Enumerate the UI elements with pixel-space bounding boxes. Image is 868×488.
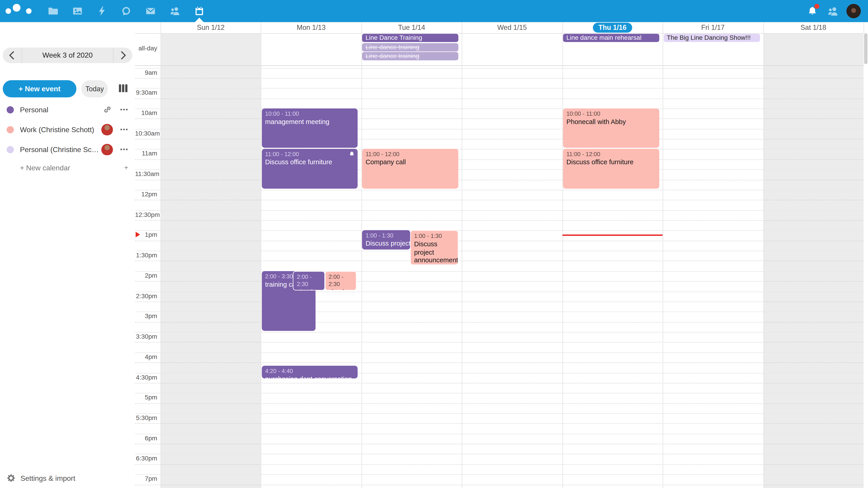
time-label: 4:30pm [135, 374, 157, 380]
calendar-item-work-christine[interactable]: Work (Christine Schott) [0, 120, 135, 139]
event[interactable]: 10:00 - 11:00management meeting [262, 108, 358, 148]
activity-app-icon[interactable] [90, 0, 114, 22]
half-hour-line [135, 88, 864, 89]
user-avatar[interactable] [846, 4, 861, 18]
new-event-button[interactable]: + New event [3, 80, 76, 97]
time-label: 5pm [135, 394, 157, 400]
calendar-week-view: all-day 9am9:30am10am10:30am11am11:30am1… [135, 22, 868, 488]
day-header-label: Wed 1/15 [497, 24, 527, 31]
allday-cell[interactable] [462, 33, 562, 65]
half-hour-line [135, 413, 864, 414]
allday-cell[interactable] [160, 33, 261, 65]
event-title: Phonecall with Abby [566, 118, 656, 126]
quarter-hour-line [135, 302, 864, 302]
calendar-list: Personal Work (Christine Schott) [0, 100, 135, 176]
allday-cell[interactable]: Line dance main rehearsal [562, 33, 662, 65]
event-time: 10:00 - 11:00 [566, 110, 656, 117]
event-title: check-in [297, 288, 321, 290]
calendar-item-personal[interactable]: Personal [0, 100, 135, 120]
photos-app-icon[interactable] [65, 0, 90, 22]
day-header-label: Tue 1/14 [398, 24, 425, 31]
day-header: Wed 1/15 [462, 22, 562, 33]
time-label: 10am [135, 109, 157, 116]
quarter-hour-line [135, 362, 864, 363]
active-app-indicator [195, 18, 204, 22]
day-header: Tue 1/14 [362, 22, 462, 33]
quarter-hour-line [135, 383, 864, 383]
today-pill[interactable]: Thu 1/16 [593, 23, 632, 33]
files-app-icon[interactable] [41, 0, 65, 22]
allday-event[interactable]: Line dance training [362, 43, 458, 51]
share-link-icon[interactable] [102, 104, 113, 115]
quarter-hour-line [135, 98, 864, 99]
event-time: 2:00 - 2:30 [297, 273, 321, 288]
event[interactable]: 10:00 - 11:00Phonecall with Abby [563, 108, 659, 148]
contacts-menu-icon[interactable] [826, 4, 839, 18]
allday-cell[interactable] [261, 33, 362, 65]
quarter-hour-line [135, 200, 864, 200]
event-time: 11:00 - 12:00 [265, 151, 355, 158]
day-header: Fri 1/17 [663, 22, 763, 33]
calendar-menu-icon[interactable] [119, 124, 129, 135]
event[interactable]: 11:00 - 12:00Discuss office furniture [262, 149, 358, 189]
allday-event[interactable]: The Big Line Dancing Show!!! [663, 34, 760, 42]
calendar-item-personal-christine[interactable]: Personal (Christine Schott) [0, 139, 135, 159]
allday-event[interactable]: Line dance training [362, 52, 458, 60]
event-title: check-in [329, 288, 353, 290]
nextcloud-logo[interactable] [5, 3, 33, 19]
allday-event[interactable]: Line dance main rehearsal [563, 34, 659, 42]
today-button[interactable]: Today [81, 80, 108, 97]
allday-cell[interactable]: The Big Line Dancing Show!!! [663, 33, 763, 65]
event[interactable]: 11:00 - 12:00Discuss office furniture [563, 149, 659, 189]
calendar-color-dot [6, 146, 14, 153]
event[interactable]: 2:00 - 2:30check-in [324, 271, 356, 290]
next-week-button[interactable] [114, 48, 132, 63]
quarter-hour-line [135, 444, 864, 444]
mail-app-icon[interactable] [138, 0, 163, 22]
quarter-hour-line [135, 322, 864, 322]
scrollbar-thumb[interactable] [864, 33, 868, 64]
half-hour-line [135, 332, 864, 332]
top-bar [0, 0, 868, 22]
event[interactable]: 4:20 - 4:40purchasing dept conversation [262, 366, 358, 378]
week-label[interactable]: Week 3 of 2020 [22, 48, 114, 63]
event[interactable]: 11:00 - 12:00Company call [362, 149, 458, 189]
column-border [462, 22, 462, 488]
allday-cell[interactable] [763, 33, 864, 65]
settings-import-button[interactable]: Settings & import [6, 474, 75, 482]
column-border [663, 22, 663, 488]
contacts-app-icon[interactable] [163, 0, 187, 22]
event-title: Discuss office furniture [265, 158, 355, 166]
time-label: 9:30am [135, 89, 157, 96]
all-day-label: all-day [135, 45, 157, 51]
calendar-app-icon[interactable] [187, 0, 212, 22]
quarter-hour-line [135, 281, 864, 282]
app-menu [0, 0, 212, 22]
time-label: 4pm [135, 353, 157, 360]
view-switcher-icon[interactable] [116, 82, 130, 96]
quarter-hour-line [135, 180, 864, 180]
vertical-scrollbar [864, 33, 868, 488]
event-time: 1:00 - 1:30 [414, 232, 455, 240]
reminder-bell-icon [349, 151, 355, 158]
allday-cell[interactable]: Line Dance TrainingLine dance trainingLi… [362, 33, 462, 65]
talk-app-icon[interactable] [114, 0, 138, 22]
notifications-bell-icon[interactable] [805, 4, 819, 18]
event[interactable]: 2:00 - 2:30check-in [293, 271, 324, 290]
half-hour-line [135, 474, 864, 475]
calendar-menu-icon[interactable] [119, 104, 129, 115]
day-header: Mon 1/13 [261, 22, 362, 33]
quarter-hour-line [135, 403, 864, 403]
day-header: Sat 1/18 [763, 22, 864, 33]
owner-avatar [101, 144, 113, 155]
allday-event[interactable]: Line Dance Training [362, 34, 458, 42]
event[interactable]: 1:00 - 1:30Discuss project announcement [362, 230, 410, 250]
event[interactable]: 1:00 - 1:30Discuss project announcement [410, 230, 458, 265]
previous-week-button[interactable] [3, 48, 22, 63]
event-time: 10:00 - 11:00 [265, 110, 355, 117]
day-header-label: Sun 1/12 [197, 24, 225, 31]
column-border [562, 22, 563, 488]
calendar-menu-icon[interactable] [119, 144, 129, 155]
half-hour-line [135, 393, 864, 393]
new-calendar-button[interactable]: + New calendar [0, 159, 135, 176]
